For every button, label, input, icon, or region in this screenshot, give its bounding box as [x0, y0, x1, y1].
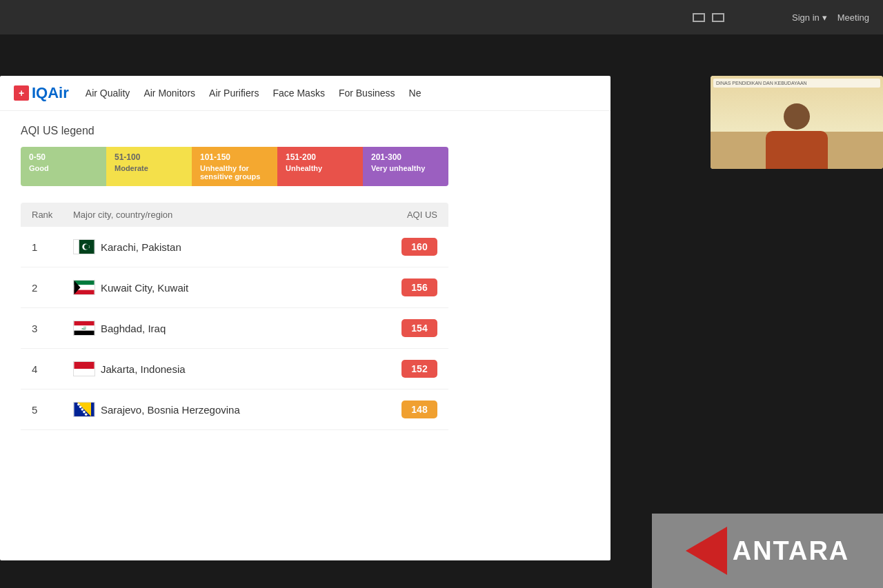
rank-5: 5 [32, 404, 73, 416]
aqi-3: 154 [382, 319, 437, 337]
svg-point-17 [77, 403, 80, 406]
nav-news[interactable]: Ne [409, 88, 421, 99]
antara-logo: ANTARA [686, 527, 850, 575]
aqi-5: 148 [382, 401, 437, 418]
window-maximize-icon[interactable] [712, 13, 724, 22]
aqi-badge-4: 152 [401, 360, 437, 378]
iqair-navbar: + IQAir Air Quality Air Monitors Air Pur… [0, 76, 611, 111]
iqair-website-panel: + IQAir Air Quality Air Monitors Air Pur… [0, 76, 611, 560]
aqi-badge-3: 154 [401, 319, 437, 337]
rank-4: 4 [32, 363, 73, 375]
aqi-segment-good: 0-50 Good [21, 147, 106, 186]
city-4: Jakarta, Indonesia [101, 363, 382, 375]
svg-point-21 [85, 413, 88, 416]
col-city: Major city, country/region [73, 210, 382, 220]
iqair-content: AQI US legend 0-50 Good 51-100 Moderate … [0, 111, 611, 444]
antara-triangle-icon [686, 527, 727, 575]
iqair-logo[interactable]: + IQAir [14, 84, 69, 102]
aqi-segment-very-unhealthy: 201-300 Very unhealthy [363, 147, 448, 186]
sign-in-button[interactable]: Sign in ▾ [792, 12, 827, 23]
aqi-4: 152 [382, 360, 437, 378]
nav-air-quality[interactable]: Air Quality [86, 88, 130, 99]
rank-1: 1 [32, 241, 73, 253]
city-1: Karachi, Pakistan [101, 241, 382, 253]
aqi-rankings-table: Rank Major city, country/region AQI US 1 [21, 203, 448, 430]
antara-brand-text: ANTARA [733, 536, 850, 566]
table-row: 4 Jakarta, Indonesia 152 [21, 349, 448, 389]
aqi-badge-2: 156 [401, 278, 437, 296]
aqi-segment-sensitive: 101-150 Unhealthy for sensitive groups [192, 147, 277, 186]
flag-kuwait [73, 280, 101, 295]
flag-pakistan [73, 239, 101, 254]
video-background [711, 76, 883, 169]
table-header: Rank Major city, country/region AQI US [21, 203, 448, 227]
flag-indonesia [73, 361, 101, 376]
aqi-2: 156 [382, 278, 437, 296]
svg-point-19 [81, 408, 83, 411]
window-restore-icon[interactable] [693, 13, 705, 22]
svg-text:لله: لله [82, 325, 87, 330]
city-3: Baghdad, Iraq [101, 323, 382, 334]
table-row: 1 Karachi, Pakistan 160 [21, 227, 448, 267]
svg-rect-14 [74, 369, 94, 376]
aqi-legend-title: AQI US legend [21, 125, 590, 137]
aqi-segment-unhealthy: 151-200 Unhealthy [277, 147, 363, 186]
video-frame: DINAS PENDIDIKAN DAN KEBUDAYAAN [711, 76, 883, 169]
aqi-badge-5: 148 [401, 401, 437, 418]
table-row: 5 Sarajevo, Bosnia Herzegovina 148 [21, 389, 448, 430]
svg-point-18 [79, 406, 82, 409]
iqair-brand-text: IQAir [32, 84, 69, 102]
aqi-1: 160 [382, 238, 437, 256]
svg-rect-0 [74, 240, 79, 254]
meeting-label: Meeting [837, 12, 869, 23]
flag-iraq: لله [73, 321, 101, 336]
rank-2: 2 [32, 282, 73, 294]
svg-rect-11 [74, 331, 94, 335]
table-row: 2 Kuwait City, Kuwait 156 [21, 267, 448, 308]
col-aqi: AQI US [382, 210, 437, 220]
city-5: Sarajevo, Bosnia Herzegovina [101, 404, 382, 416]
svg-point-20 [83, 411, 86, 414]
svg-point-3 [84, 244, 89, 249]
nav-face-masks[interactable]: Face Masks [272, 88, 324, 99]
aqi-legend-bar: 0-50 Good 51-100 Moderate 101-150 Unheal… [21, 147, 448, 186]
nav-links: Air Quality Air Monitors Air Purifiers F… [86, 88, 421, 99]
nav-air-purifiers[interactable]: Air Purifiers [209, 88, 259, 99]
top-bar: Sign in ▾ Meeting [0, 0, 883, 34]
table-row: 3 لله Baghdad, Iraq 154 [21, 308, 448, 349]
col-rank: Rank [32, 210, 73, 220]
nav-for-business[interactable]: For Business [339, 88, 395, 99]
aqi-segment-moderate: 51-100 Moderate [106, 147, 192, 186]
antara-branding-bar: ANTARA [652, 514, 883, 588]
nav-air-monitors[interactable]: Air Monitors [143, 88, 195, 99]
svg-rect-13 [74, 362, 94, 369]
swiss-cross-icon: + [14, 85, 29, 101]
flag-bosnia [73, 402, 101, 417]
rank-3: 3 [32, 323, 73, 334]
video-panel: DINAS PENDIDIKAN DAN KEBUDAYAAN [711, 76, 883, 169]
city-2: Kuwait City, Kuwait [101, 282, 382, 294]
aqi-badge-1: 160 [401, 238, 437, 256]
